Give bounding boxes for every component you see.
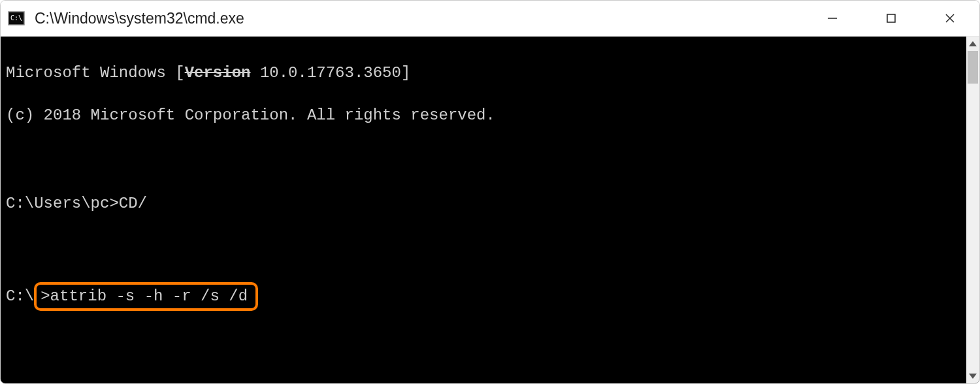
cmd-window: C:\ C:\Windows\system32\cmd.exe Microsof… — [0, 0, 980, 384]
scroll-thumb[interactable] — [968, 51, 978, 84]
copyright-line: (c) 2018 Microsoft Corporation. All righ… — [6, 105, 966, 126]
window-title: C:\Windows\system32\cmd.exe — [35, 10, 803, 27]
svg-marker-6 — [969, 41, 977, 46]
vertical-scrollbar[interactable] — [966, 37, 979, 383]
prompt2-prefix: C:\ — [6, 287, 34, 305]
svg-text:C:\: C:\ — [10, 14, 22, 22]
prompt-line-1: C:\Users\pc>CD/ — [6, 193, 966, 214]
prompt2-command: >attrib -s -h -r /s /d — [41, 287, 248, 305]
blank-line — [6, 148, 966, 168]
title-bar: C:\ C:\Windows\system32\cmd.exe — [1, 1, 979, 37]
terminal-content[interactable]: Microsoft Windows [Version 10.0.17763.36… — [1, 37, 966, 383]
cmd-icon: C:\ — [7, 9, 25, 27]
minimize-button[interactable] — [803, 1, 862, 36]
version-label: Version — [185, 64, 251, 82]
terminal-area: Microsoft Windows [Version 10.0.17763.36… — [1, 37, 979, 383]
maximize-button[interactable] — [862, 1, 921, 36]
prompt-line-2: C:\>attrib -s -h -r /s /d — [6, 282, 966, 311]
terminal-header-line: Microsoft Windows [Version 10.0.17763.36… — [6, 63, 966, 84]
window-controls — [803, 1, 979, 36]
highlighted-command: >attrib -s -h -r /s /d — [34, 282, 258, 311]
svg-marker-7 — [969, 374, 977, 379]
svg-rect-3 — [887, 14, 895, 22]
close-button[interactable] — [921, 1, 979, 36]
scroll-up-arrow-icon[interactable] — [966, 37, 979, 51]
header-suffix: 10.0.17763.3650] — [250, 64, 410, 82]
header-prefix: Microsoft Windows [ — [6, 64, 185, 82]
scroll-down-arrow-icon[interactable] — [966, 369, 979, 383]
blank-line — [6, 236, 966, 257]
